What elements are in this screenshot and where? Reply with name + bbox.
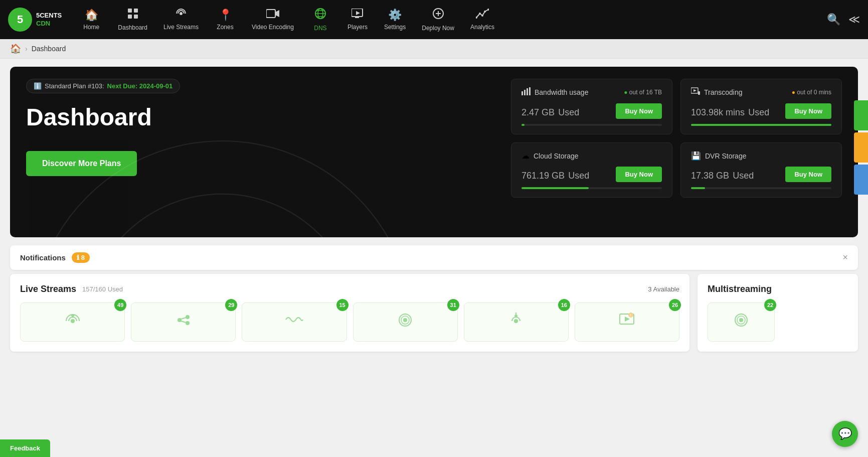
- notifications-left: Notifications ℹ 8: [20, 252, 90, 263]
- feedback-button[interactable]: Feedback: [0, 439, 50, 457]
- stream-badge-3: 15: [336, 299, 349, 311]
- stream-item-6[interactable]: 26 !: [575, 302, 679, 342]
- svg-rect-27: [524, 90, 526, 95]
- collapse-icon[interactable]: ≪: [848, 13, 860, 26]
- dvr-storage-buy-button[interactable]: Buy Now: [785, 167, 831, 182]
- stream-icon-2: [175, 311, 193, 333]
- notifications-badge: ℹ 8: [72, 252, 90, 263]
- info-icon: ℹ️: [34, 82, 42, 90]
- cloud-storage-buy-button[interactable]: Buy Now: [616, 167, 662, 182]
- multistreaming-grid: 22: [708, 302, 848, 342]
- nav-settings[interactable]: ⚙️ Settings: [377, 5, 413, 35]
- bandwidth-icon: [522, 87, 531, 97]
- svg-rect-32: [698, 91, 700, 95]
- right-tab-3[interactable]: [854, 165, 868, 195]
- stream-icon-4: [396, 311, 414, 333]
- nav-deploy-now[interactable]: Deploy Now: [415, 4, 461, 36]
- svg-point-24: [84, 194, 360, 237]
- dvr-storage-card: 💾 DVR Storage 17.38 GB Used Buy Now: [680, 142, 842, 198]
- stream-badge-4: 31: [447, 299, 459, 311]
- next-due: Next Due: 2024-09-01: [107, 82, 173, 90]
- live-streams-icon: [175, 9, 187, 22]
- bandwidth-value: 2.47 GB Used: [522, 103, 579, 119]
- nav-dns[interactable]: DNS: [303, 4, 338, 36]
- bandwidth-limit: ● out of 16 TB: [624, 89, 662, 96]
- video-encoding-icon: [266, 9, 279, 22]
- transcoding-header: Transcoding ● out of 0 mins: [691, 87, 831, 97]
- transcoding-bar-fill: [691, 124, 831, 126]
- cloud-storage-bar-fill: [522, 187, 589, 189]
- search-icon[interactable]: 🔍: [827, 13, 840, 26]
- stream-item-4[interactable]: 31: [353, 302, 458, 342]
- svg-rect-1: [134, 9, 138, 13]
- bandwidth-card: Bandwidth usage ● out of 16 TB 2.47 GB U…: [511, 79, 672, 134]
- stream-badge-6: 26: [669, 299, 681, 311]
- multistream-item-1[interactable]: 22: [708, 302, 775, 342]
- live-streams-card: Live Streams 157/160 Used 3 Available 49…: [10, 274, 689, 352]
- nav-live-streams[interactable]: Live Streams: [156, 5, 206, 35]
- notifications-close-button[interactable]: ×: [842, 252, 848, 263]
- nav-dns-label: DNS: [314, 25, 326, 32]
- dvr-storage-header: 💾 DVR Storage: [691, 151, 831, 161]
- bandwidth-buy-button[interactable]: Buy Now: [616, 103, 662, 119]
- stream-badge-2: 29: [225, 299, 237, 311]
- svg-rect-29: [529, 87, 531, 95]
- zones-icon: 📍: [219, 9, 232, 22]
- stream-item-2[interactable]: 29: [131, 302, 236, 342]
- cloud-storage-bar: [522, 187, 662, 189]
- bandwidth-title: Bandwidth usage: [535, 88, 588, 96]
- multistream-badge-1: 22: [764, 299, 776, 311]
- nav-analytics-label: Analytics: [470, 24, 494, 31]
- transcoding-value: 103.98k mins Used: [691, 103, 769, 119]
- svg-point-37: [186, 321, 190, 325]
- bandwidth-bar: [522, 124, 662, 126]
- notifications-section: Notifications ℹ 8 ×: [10, 245, 858, 270]
- multistream-icon-1: [732, 311, 750, 333]
- breadcrumb-separator: ›: [25, 45, 28, 53]
- chat-widget[interactable]: 💬: [832, 421, 858, 447]
- logo[interactable]: 5 5CENTSCDN: [8, 8, 62, 32]
- cloud-storage-value: 761.19 GB Used: [522, 167, 589, 182]
- svg-point-36: [186, 315, 190, 319]
- stream-item-3[interactable]: 15: [242, 302, 346, 342]
- discover-plans-button[interactable]: Discover More Plans: [26, 151, 137, 176]
- home-icon: 🏠: [85, 9, 98, 22]
- nav-players[interactable]: Players: [340, 5, 375, 35]
- nav-zones-label: Zones: [217, 24, 233, 31]
- analytics-icon: [476, 9, 489, 22]
- svg-point-21: [484, 11, 486, 13]
- stream-badge-5: 16: [558, 299, 570, 311]
- nav-home-label: Home: [83, 24, 99, 31]
- svg-marker-47: [625, 317, 630, 322]
- right-tab-2[interactable]: [854, 132, 868, 163]
- svg-point-4: [180, 12, 183, 15]
- svg-line-38: [181, 318, 186, 319]
- stream-item-5[interactable]: 16: [464, 302, 569, 342]
- svg-rect-3: [134, 15, 138, 19]
- nav-zones[interactable]: 📍 Zones: [208, 5, 243, 35]
- nav-dashboard[interactable]: Dashboard: [111, 4, 154, 35]
- nav-players-label: Players: [348, 24, 368, 31]
- stream-icon-1: [64, 311, 82, 333]
- svg-rect-0: [128, 9, 132, 13]
- live-streams-grid: 49 29: [20, 302, 679, 342]
- nav-analytics[interactable]: Analytics: [463, 5, 501, 35]
- transcoding-buy-button[interactable]: Buy Now: [785, 103, 831, 119]
- svg-rect-28: [527, 88, 528, 95]
- bandwidth-value-row: 2.47 GB Used Buy Now: [522, 103, 662, 119]
- right-tab-1[interactable]: [854, 100, 868, 130]
- cloud-storage-value-row: 761.19 GB Used Buy Now: [522, 167, 662, 182]
- nav-home[interactable]: 🏠 Home: [74, 5, 109, 35]
- stream-icon-5: [507, 311, 525, 333]
- right-tabs: [854, 100, 868, 195]
- svg-rect-5: [266, 10, 275, 18]
- live-streams-title: Live Streams: [20, 284, 76, 294]
- multistreaming-card: Multistreaming 22: [698, 274, 858, 352]
- nav-video-encoding[interactable]: Video Encoding: [245, 5, 301, 35]
- breadcrumb-home-icon[interactable]: 🏠: [10, 43, 21, 54]
- hero-section: ℹ️ Standard Plan #103: Next Due: 2024-09…: [10, 67, 858, 237]
- stream-item-1[interactable]: 49: [20, 302, 125, 342]
- cloud-storage-icon: ☁: [522, 151, 530, 161]
- transcoding-icon: [691, 87, 700, 97]
- transcoding-bar: [691, 124, 831, 126]
